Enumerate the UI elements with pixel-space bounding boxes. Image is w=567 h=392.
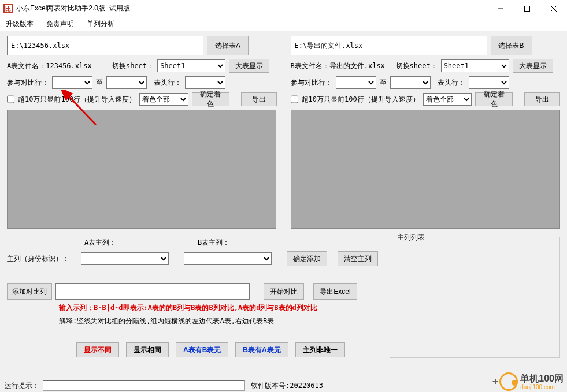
confirm-color-a-button[interactable]: 确定着色	[192, 92, 229, 106]
keycol-list-legend: 主列列表	[395, 233, 427, 242]
header-row-label-a: 表头行：	[154, 78, 181, 88]
panel-a: 选择表A A表文件名：123456.xlsx 切换sheet： Sheet1 大…	[7, 36, 277, 229]
export-b-button[interactable]: 导出	[524, 92, 560, 106]
b-not-a-button[interactable]: B表有A表无	[235, 342, 288, 357]
compare-row-label-a: 参与对比行：	[7, 78, 49, 88]
start-compare-button[interactable]: 开始对比	[264, 283, 304, 300]
keycol-b-label: B表主列：	[198, 238, 229, 248]
content-area: 选择表A A表文件名：123456.xlsx 切换sheet： Sheet1 大…	[0, 31, 567, 392]
file-label-a: A表文件名：123456.xlsx	[7, 61, 109, 71]
show-diff-button[interactable]: 显示不同	[76, 342, 119, 357]
compare-row-from-a[interactable]	[52, 76, 92, 89]
select-table-a-button[interactable]: 选择表A	[207, 36, 249, 55]
export-excel-button[interactable]: 导出Excel	[313, 283, 357, 300]
limit-checkbox-b[interactable]	[291, 95, 298, 103]
plus-icon: +	[492, 376, 499, 388]
a-not-b-button[interactable]: A表有B表无	[176, 342, 228, 357]
preview-area-a	[7, 110, 276, 229]
export-a-button[interactable]: 导出	[241, 92, 277, 106]
keycol-a-select[interactable]	[81, 252, 169, 265]
file-label-b: B表文件名：导出的文件.xlsx	[291, 61, 392, 71]
minimize-button[interactable]	[487, 0, 514, 17]
color-select-a[interactable]: 着色全部	[139, 93, 188, 106]
not-unique-button[interactable]: 主列非唯一	[295, 342, 345, 357]
close-button[interactable]	[540, 0, 567, 17]
compare-row-from-b[interactable]	[336, 76, 376, 89]
menu-upgrade[interactable]: 升级版本	[3, 18, 36, 30]
example-text: 输入示列：B-B|d-d即表示:A表的的B列与B表的B列对比,A表的d列与B表的…	[59, 303, 317, 313]
select-table-b-button[interactable]: 选择表B	[491, 36, 532, 55]
svg-text:比: 比	[5, 6, 11, 12]
statusbar: 运行提示： 软件版本号:20220613	[0, 379, 567, 392]
confirm-color-b-button[interactable]: 确定着色	[475, 92, 513, 106]
explain-text: 解释:竖线为对比组的分隔线,组内短横线的左边代表A表,右边代表B表	[59, 316, 274, 326]
svg-rect-3	[525, 6, 530, 11]
bigview-a-button[interactable]: 大表显示	[229, 59, 269, 73]
keycol-b-select[interactable]	[184, 252, 272, 265]
compare-row-to-b[interactable]	[390, 76, 431, 89]
add-compare-input[interactable]	[55, 283, 250, 300]
limit-label-a: 超10万只显前100行（提升导入速度）	[18, 95, 136, 104]
run-hint-label: 运行提示：	[5, 381, 39, 391]
to-label-a: 至	[96, 78, 103, 88]
sheet-label-a: 切换sheet：	[112, 61, 154, 71]
sheet-label-b: 切换sheet：	[396, 61, 438, 71]
menubar: 升级版本 免责声明 单列分析	[0, 17, 567, 31]
preview-area-b	[291, 110, 560, 229]
panel-b: 选择表B B表文件名：导出的文件.xlsx 切换sheet： Sheet1 大表…	[291, 36, 561, 229]
limit-label-b: 超10万只显前100行（提升导入速度）	[302, 95, 420, 104]
titlebar: 比 小东Excel两表对比助手2.0版_试用版	[0, 0, 567, 17]
show-same-button[interactable]: 显示相同	[126, 342, 169, 357]
sheet-select-b[interactable]: Sheet1	[441, 59, 509, 72]
run-hint-box	[43, 380, 245, 391]
watermark-name: 单机100网	[520, 373, 564, 385]
compare-row-label-b: 参与对比行：	[291, 78, 332, 88]
confirm-add-keycol-button[interactable]: 确定添加	[287, 251, 327, 266]
header-row-label-b: 表头行：	[438, 78, 465, 88]
sheet-select-a[interactable]: Sheet1	[157, 59, 225, 72]
window-controls	[487, 0, 567, 17]
clear-keycol-button[interactable]: 清空主列	[338, 251, 378, 266]
keycol-dash: ——	[172, 255, 180, 263]
menu-disclaimer[interactable]: 免责声明	[44, 18, 76, 30]
keycol-a-label: A表主列：	[84, 238, 194, 248]
keycol-title: 主列（身份标识）：	[7, 254, 77, 264]
header-row-select-a[interactable]	[185, 76, 225, 89]
add-compare-label: 添加对比列	[7, 283, 52, 300]
menu-single-column[interactable]: 单列分析	[84, 18, 117, 30]
limit-checkbox-a[interactable]	[7, 95, 14, 103]
keycol-list-box: 主列列表	[390, 237, 560, 358]
app-icon: 比	[3, 4, 13, 13]
color-select-b[interactable]: 着色全部	[423, 93, 472, 106]
maximize-button[interactable]	[514, 0, 540, 17]
compare-row-to-a[interactable]	[106, 76, 147, 89]
logo-icon	[499, 372, 518, 391]
version-label: 软件版本号:20220613	[251, 381, 323, 391]
bigview-b-button[interactable]: 大表显示	[513, 59, 553, 73]
path-input-a[interactable]	[7, 36, 203, 55]
window-title: 小东Excel两表对比助手2.0版_试用版	[16, 3, 487, 13]
path-input-b[interactable]	[291, 36, 487, 55]
watermark: + 单机100网 danji100.com	[492, 372, 564, 391]
to-label-b: 至	[380, 78, 387, 88]
header-row-select-b[interactable]	[469, 76, 509, 89]
